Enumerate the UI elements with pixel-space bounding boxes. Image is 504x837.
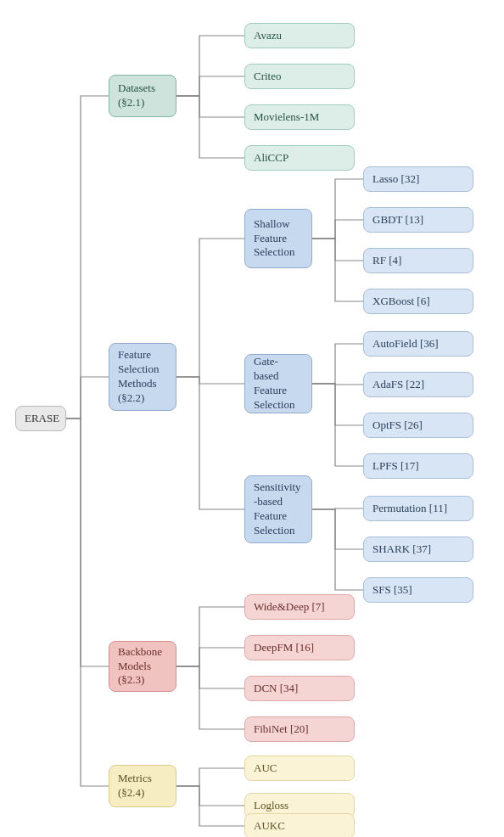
metrics-node: Metrics (§2.4)	[109, 765, 176, 807]
shallow-item: Lasso [32]	[363, 166, 473, 192]
backbone-node: Backbone Models (§2.3)	[109, 641, 176, 692]
metrics-item: AUKC	[244, 813, 355, 837]
gate-item: OptFS [26]	[363, 413, 473, 438]
shallow-item: RF [4]	[363, 248, 473, 273]
metrics-item: AUC	[244, 756, 355, 781]
datasets-node: Datasets (§2.1)	[109, 75, 176, 117]
sens-item: Permutation [11]	[363, 496, 473, 521]
gate-item: AutoField [36]	[363, 331, 473, 357]
dataset-item: Criteo	[244, 64, 355, 89]
dataset-item: AliCCP	[244, 145, 355, 171]
gate-item: AdaFS [22]	[363, 372, 473, 397]
root-node: ERASE	[15, 406, 66, 431]
dataset-item: Avazu	[244, 23, 355, 48]
backbone-item: Wide&Deep [7]	[244, 594, 355, 620]
fsm-gate-node: Gate-based Feature Selection	[244, 354, 312, 413]
fsm-sens-node: Sensitivity-based Feature Selection	[244, 475, 312, 543]
sens-item: SHARK [37]	[363, 536, 473, 562]
backbone-item: DeepFM [16]	[244, 635, 355, 660]
backbone-item: DCN [34]	[244, 676, 355, 701]
fsm-node: Feature Selection Methods (§2.2)	[109, 343, 176, 411]
sens-item: SFS [35]	[363, 577, 473, 603]
gate-item: LPFS [17]	[363, 453, 473, 479]
shallow-item: GBDT [13]	[363, 207, 473, 233]
shallow-item: XGBoost [6]	[363, 289, 473, 314]
backbone-item: FibiNet [20]	[244, 716, 355, 742]
dataset-item: Movielens-1M	[244, 104, 355, 130]
fsm-shallow-node: Shallow Feature Selection	[244, 209, 312, 268]
